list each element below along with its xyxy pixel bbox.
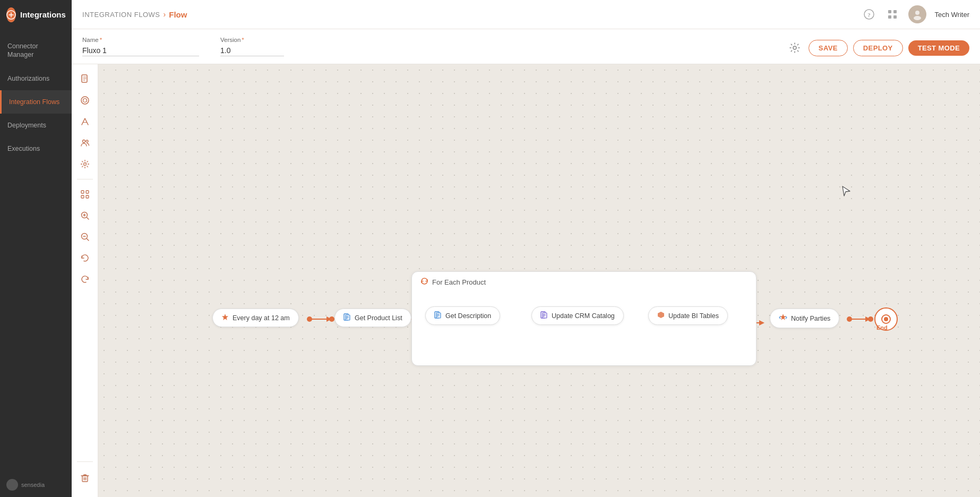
topbar-actions: ? Tech Writer xyxy=(862,5,970,23)
update-bi-icon xyxy=(657,311,665,320)
svg-point-12 xyxy=(83,99,87,102)
svg-point-8 xyxy=(914,16,921,20)
zoom-in-icon[interactable] xyxy=(75,206,94,225)
notify-parties-node[interactable]: Notify Parties xyxy=(770,309,839,328)
sidebar-item-executions[interactable]: Executions xyxy=(0,137,72,160)
doc-icon[interactable] xyxy=(75,70,94,89)
svg-rect-18 xyxy=(81,195,84,198)
for-each-title: For Each Product xyxy=(432,278,486,286)
breadcrumb-separator: › xyxy=(164,10,166,19)
svg-rect-19 xyxy=(86,195,89,198)
avatar[interactable] xyxy=(908,5,926,23)
update-bi-label: Update BI Tables xyxy=(668,312,719,320)
svg-point-9 xyxy=(793,46,796,49)
svg-rect-16 xyxy=(81,191,84,193)
breadcrumb-parent: INTEGRATION FLOWS xyxy=(82,11,160,19)
canvas-container: Every day at 12 am Get Product List xyxy=(72,64,980,497)
trigger-label: Every day at 12 am xyxy=(233,314,290,322)
version-input[interactable] xyxy=(220,45,284,56)
svg-text:?: ? xyxy=(867,12,871,18)
form-row: Name* Version* SAVE DEPLOY TEST MODE xyxy=(72,29,980,64)
brand-name: sensedia xyxy=(21,482,45,488)
svg-point-42 xyxy=(868,316,873,322)
for-each-label: For Each Product xyxy=(412,272,756,290)
settings2-icon[interactable] xyxy=(75,155,94,174)
for-each-group[interactable]: For Each Product Get Description xyxy=(411,271,757,366)
notify-parties-label: Notify Parties xyxy=(791,315,830,322)
flow-canvas[interactable]: Every day at 12 am Get Product List xyxy=(98,64,980,497)
sidebar-item-authorizations[interactable]: Authorizations xyxy=(0,67,72,90)
get-product-list-label: Get Product List xyxy=(355,314,402,322)
update-crm-icon xyxy=(540,311,548,320)
svg-point-51 xyxy=(884,317,888,321)
svg-rect-5 xyxy=(888,15,891,19)
form-actions: SAVE DEPLOY TEST MODE xyxy=(786,39,969,56)
trash-icon[interactable] xyxy=(75,468,94,487)
breadcrumb-current: Flow xyxy=(169,10,187,19)
canvas-toolbar xyxy=(72,64,98,497)
toolbar-divider-2 xyxy=(77,461,93,462)
main-content: INTEGRATION FLOWS › Flow ? xyxy=(72,0,980,497)
deploy-button[interactable]: DEPLOY xyxy=(853,40,903,56)
svg-marker-37 xyxy=(759,320,764,325)
get-description-icon xyxy=(434,311,442,320)
name-label: Name* xyxy=(82,37,199,43)
svg-point-26 xyxy=(329,316,334,322)
undo-icon[interactable] xyxy=(75,248,94,268)
people-icon[interactable] xyxy=(75,133,94,152)
get-description-label: Get Description xyxy=(445,312,491,320)
app-logo[interactable]: Integrations xyxy=(0,0,72,29)
update-crm-label: Update CRM Catalog xyxy=(552,312,615,320)
shape-icon[interactable] xyxy=(75,91,94,110)
arrow-icon[interactable] xyxy=(75,112,94,131)
redo-icon[interactable] xyxy=(75,270,94,289)
svg-rect-6 xyxy=(893,15,897,19)
svg-rect-3 xyxy=(888,10,891,13)
sidebar-item-connector-manager[interactable]: Connector Manager xyxy=(0,35,72,67)
sidebar-item-deployments[interactable]: Deployments xyxy=(0,114,72,137)
logo-icon xyxy=(6,7,16,22)
cursor-icon xyxy=(840,185,852,200)
get-product-list-icon xyxy=(343,313,351,322)
end-label: End xyxy=(876,324,888,331)
svg-point-11 xyxy=(81,97,89,104)
svg-point-13 xyxy=(82,140,85,143)
save-button[interactable]: SAVE xyxy=(809,40,848,56)
svg-point-15 xyxy=(83,163,86,166)
svg-point-25 xyxy=(307,316,312,322)
breadcrumb: INTEGRATION FLOWS › Flow xyxy=(82,10,862,19)
svg-rect-17 xyxy=(86,191,89,193)
trigger-node[interactable]: Every day at 12 am xyxy=(212,309,299,327)
name-field: Name* xyxy=(82,37,199,56)
trigger-icon xyxy=(221,313,229,322)
svg-rect-4 xyxy=(893,10,897,13)
help-icon[interactable]: ? xyxy=(862,7,876,22)
svg-point-41 xyxy=(847,316,852,322)
svg-marker-40 xyxy=(865,316,871,322)
username: Tech Writer xyxy=(935,11,970,19)
get-product-list-node[interactable]: Get Product List xyxy=(334,309,411,327)
svg-marker-43 xyxy=(222,314,228,320)
get-description-node[interactable]: Get Description xyxy=(425,306,500,325)
sidebar-brand: sensedia xyxy=(0,473,72,497)
sidebar: Integrations Connector Manager Authoriza… xyxy=(0,0,72,497)
for-each-icon xyxy=(420,277,428,287)
svg-marker-24 xyxy=(326,316,332,322)
focus-icon[interactable] xyxy=(75,185,94,204)
version-field: Version* xyxy=(220,37,284,56)
toolbar-divider-1 xyxy=(77,179,93,179)
name-input[interactable] xyxy=(82,45,199,56)
grid-icon[interactable] xyxy=(885,7,900,22)
brand-logo-icon xyxy=(6,479,18,491)
sidebar-item-integration-flows[interactable]: Integration Flows xyxy=(0,90,72,114)
test-mode-button[interactable]: TEST MODE xyxy=(908,40,969,56)
sidebar-nav: Connector Manager Authorizations Integra… xyxy=(0,29,72,473)
update-crm-node[interactable]: Update CRM Catalog xyxy=(531,306,624,325)
svg-point-14 xyxy=(86,140,88,142)
version-label: Version* xyxy=(220,37,284,43)
update-bi-node[interactable]: Update BI Tables xyxy=(648,306,728,325)
settings-button[interactable] xyxy=(786,39,803,56)
zoom-out-icon[interactable] xyxy=(75,227,94,246)
app-title: Integrations xyxy=(20,10,66,19)
svg-point-7 xyxy=(915,11,919,15)
